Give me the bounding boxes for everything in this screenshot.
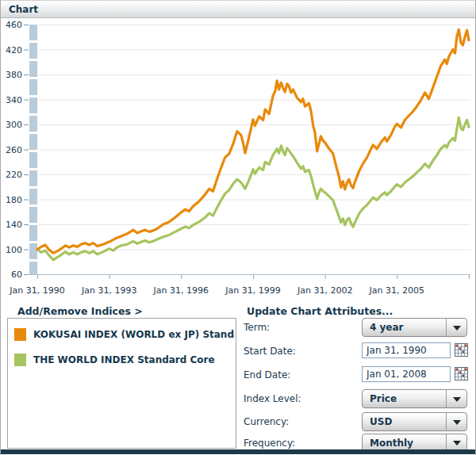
svg-text:420: 420 <box>6 45 22 55</box>
start-date-label: Start Date: <box>244 346 296 357</box>
index-level-dropdown-value: Price <box>370 393 397 404</box>
svg-text:100: 100 <box>6 245 22 255</box>
index-level-dropdown[interactable]: Price <box>362 389 467 408</box>
chevron-down-icon <box>453 397 461 402</box>
index-level-label: Index Level: <box>244 393 301 404</box>
term-dropdown-button[interactable] <box>446 319 466 336</box>
end-date-calendar-icon[interactable] <box>455 367 468 380</box>
frequency-label: Frequency: <box>244 438 295 449</box>
titlebar: Chart <box>1 1 475 18</box>
chevron-down-icon <box>453 420 461 425</box>
svg-text:Jan 31, 1990: Jan 31, 1990 <box>9 285 64 296</box>
world-series-swatch <box>14 354 26 366</box>
svg-text:220: 220 <box>6 170 22 180</box>
svg-text:140: 140 <box>6 220 22 230</box>
svg-text:Jan 31, 1996: Jan 31, 1996 <box>153 285 209 296</box>
svg-text:260: 260 <box>6 145 22 155</box>
svg-text:300: 300 <box>6 120 22 130</box>
chevron-down-icon <box>453 441 461 445</box>
term-label: Term: <box>244 322 270 333</box>
svg-text:460: 460 <box>6 20 22 30</box>
frequency-dropdown-button[interactable] <box>446 434 466 451</box>
add-remove-indices-link[interactable]: Add/Remove Indices > <box>17 305 143 317</box>
currency-dropdown-value: USD <box>370 416 392 427</box>
svg-text:60: 60 <box>11 270 22 280</box>
start-date-calendar-icon[interactable] <box>455 343 468 357</box>
svg-text:Jan 31, 2002: Jan 31, 2002 <box>297 285 352 296</box>
currency-dropdown-button[interactable] <box>446 413 466 430</box>
start-date-input[interactable] <box>362 342 451 358</box>
update-chart-attributes-heading: Update Chart Attributes... <box>247 305 393 317</box>
svg-text:Jan 31, 1999: Jan 31, 1999 <box>225 285 280 296</box>
kokusai-series-swatch <box>14 328 26 341</box>
legend-item-world: THE WORLD INDEX Standard Core <box>14 354 235 368</box>
world-series-label: THE WORLD INDEX Standard Core <box>33 354 235 365</box>
end-date-input[interactable] <box>362 366 451 382</box>
svg-text:380: 380 <box>6 70 22 80</box>
page-title: Chart <box>1 2 38 18</box>
svg-text:340: 340 <box>6 95 22 105</box>
price-chart: 46042038034030026022018014010060Jan 31, … <box>1 18 476 300</box>
chart-legend: KOKUSAI INDEX (WORLD ex JP) Standard Co … <box>7 318 236 449</box>
currency-label: Currency: <box>244 416 289 427</box>
frequency-dropdown-value: Monthly <box>370 438 413 449</box>
svg-text:180: 180 <box>6 195 22 205</box>
end-date-label: End Date: <box>244 369 290 380</box>
chart-window: Chart 46042038034030026022018014010060Ja… <box>0 0 476 455</box>
term-dropdown-value: 4 year <box>370 322 404 333</box>
currency-dropdown[interactable]: USD <box>362 412 467 431</box>
kokusai-series-label: KOKUSAI INDEX (WORLD ex JP) Standard Co <box>33 329 235 340</box>
svg-text:Jan 31, 2005: Jan 31, 2005 <box>369 285 424 296</box>
svg-text:Jan 31, 1993: Jan 31, 1993 <box>81 285 136 296</box>
legend-item-kokusai: KOKUSAI INDEX (WORLD ex JP) Standard Co <box>14 328 235 342</box>
chevron-down-icon <box>453 326 461 331</box>
term-dropdown[interactable]: 4 year <box>362 318 467 337</box>
index-level-dropdown-button[interactable] <box>446 390 466 407</box>
bottom-border-bar <box>1 449 475 454</box>
